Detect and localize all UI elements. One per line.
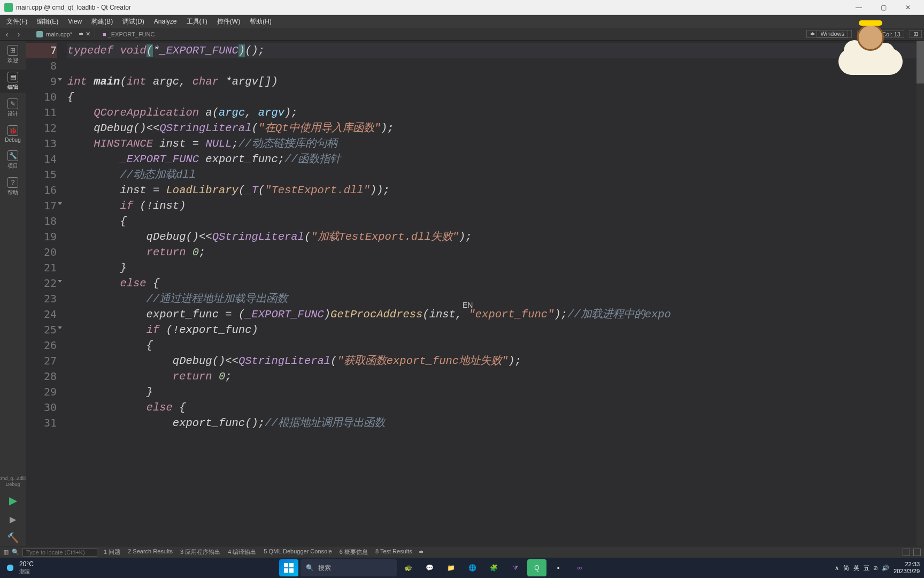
output-pane-tab[interactable]: 2 Search Results: [125, 548, 176, 556]
toggle-right-sidebar-button[interactable]: [913, 549, 921, 556]
bottom-panel-bar: ▥ 🔍 1 问题2 Search Results3 应用程序输出4 编译输出5 …: [0, 546, 924, 558]
search-icon: 🔍: [306, 564, 314, 572]
svg-rect-3: [289, 568, 294, 573]
output-panes: 1 问题2 Search Results3 应用程序输出4 编译输出5 QML …: [101, 548, 415, 556]
mode-icon: ⊞: [7, 45, 18, 56]
file-explorer-button[interactable]: 📁: [442, 559, 461, 576]
close-file-button[interactable]: ✕: [86, 31, 90, 37]
tray-icon[interactable]: ⎚: [874, 565, 877, 571]
taskbar-search[interactable]: 🔍 搜索: [301, 559, 397, 576]
menu-item[interactable]: 编辑(E): [33, 16, 63, 27]
vscode-button[interactable]: ⧩: [506, 559, 525, 576]
mode-label: 项目: [7, 162, 18, 170]
menu-item[interactable]: 文件(F): [2, 16, 32, 27]
split-dropdown-icon[interactable]: ≑: [79, 31, 83, 37]
code-editor[interactable]: 7891011121314151617181920212223242526272…: [26, 41, 924, 546]
weather-icon: [4, 562, 16, 574]
editor-toolbar: ‹ › main.cpp* ≑ ✕ ■ _EXPORT_FUNC ≑ Windo…: [0, 28, 924, 41]
weather-widget[interactable]: 20°C 潮湿: [4, 560, 34, 575]
qt-icon: [4, 3, 13, 12]
titlebar: main.cpp @ cmd_qt_loadlib - Qt Creator —…: [0, 0, 924, 15]
toggle-sidebar-button[interactable]: [903, 549, 910, 556]
minimize-button[interactable]: —: [847, 0, 871, 15]
menu-item[interactable]: 控件(W): [213, 16, 244, 27]
split-editor-button[interactable]: ⊞: [910, 30, 922, 38]
pane-menu-icon[interactable]: ≑: [419, 549, 424, 556]
debug-button[interactable]: ▶: [0, 512, 26, 527]
mode-icon: 🐞: [7, 125, 18, 136]
nav-back-button[interactable]: ‹: [2, 30, 12, 39]
file-tab-label: main.cpp*: [46, 31, 72, 37]
menubar: 文件(F)编辑(E)View构建(B)调试(D)Analyze工具(T)控件(W…: [0, 15, 924, 28]
mode-Debug[interactable]: 🐞Debug: [0, 123, 26, 145]
build-button[interactable]: 🔨: [0, 530, 26, 546]
menu-item[interactable]: 构建(B): [87, 16, 117, 27]
output-pane-tab[interactable]: 6 概要信息: [336, 548, 371, 556]
svg-rect-0: [284, 563, 288, 567]
output-pane-tab[interactable]: 3 应用程序输出: [177, 548, 224, 556]
menu-item[interactable]: 帮助(H): [245, 16, 276, 27]
edge-button[interactable]: 🌐: [463, 559, 482, 576]
mode-icon: ▤: [7, 72, 18, 82]
mascot-overlay: [838, 21, 903, 75]
taskbar-app-2[interactable]: 💬: [420, 559, 440, 576]
output-pane-tab[interactable]: 1 问题: [101, 548, 124, 556]
system-tray[interactable]: ∧简英五⎚🔊22:332023/3/29: [835, 561, 920, 575]
window-title: main.cpp @ cmd_qt_loadlib - Qt Creator: [16, 4, 847, 11]
svg-rect-2: [284, 568, 288, 573]
maximize-button[interactable]: ▢: [872, 0, 895, 15]
mode-icon: ?: [7, 177, 18, 188]
menu-item[interactable]: Analyze: [150, 17, 181, 26]
weather-label: 潮湿: [19, 568, 34, 575]
mode-label: Debug: [5, 137, 20, 143]
mode-欢迎[interactable]: ⊞欢迎: [0, 43, 26, 66]
tray-icon[interactable]: 英: [853, 564, 859, 572]
search-icon: 🔍: [12, 549, 19, 556]
menu-item[interactable]: View: [64, 17, 86, 26]
kit-selector[interactable]: cmd_q...adlib Debug: [0, 475, 28, 489]
cpp-icon: [36, 31, 43, 37]
code-area[interactable]: typedef void(*_EXPORT_FUNC)();int main(i…: [63, 41, 924, 546]
mode-编辑[interactable]: ▤编辑: [0, 70, 26, 93]
svg-rect-1: [289, 563, 294, 567]
output-selector-icon[interactable]: ▥: [3, 549, 9, 556]
store-button[interactable]: 🧩: [484, 559, 504, 576]
line-number-gutter[interactable]: 7891011121314151617181920212223242526272…: [26, 41, 63, 546]
mode-label: 编辑: [7, 83, 18, 91]
mode-设计[interactable]: ✎设计: [0, 96, 26, 120]
mode-label: 帮助: [7, 189, 18, 196]
output-pane-tab[interactable]: 5 QML Debugger Console: [260, 548, 335, 556]
visual-studio-button[interactable]: ∞: [570, 559, 589, 576]
windows-taskbar: 20°C 潮湿 🔍 搜索 🐢 💬 📁 🌐 🧩 ⧩ Q ▪ ∞ ∧简英五⎚🔊22:…: [0, 558, 924, 578]
mode-label: 欢迎: [7, 57, 18, 64]
menu-item[interactable]: 调试(D): [118, 16, 149, 27]
file-tab[interactable]: main.cpp*: [32, 31, 76, 37]
mode-项目[interactable]: 🔧项目: [0, 148, 26, 172]
output-pane-tab[interactable]: 8 Test Results: [372, 548, 415, 556]
tray-icon[interactable]: 🔊: [882, 565, 889, 572]
vertical-scrollbar[interactable]: [917, 41, 924, 546]
mode-帮助[interactable]: ?帮助: [0, 175, 26, 199]
tray-icon[interactable]: 五: [864, 564, 869, 572]
taskbar-app-1[interactable]: 🐢: [399, 559, 418, 576]
mode-label: 设计: [7, 110, 18, 118]
menu-item[interactable]: 工具(T): [182, 16, 212, 27]
taskbar-clock[interactable]: 22:332023/3/29: [894, 561, 920, 575]
terminal-button[interactable]: ▪: [549, 559, 568, 576]
ime-indicator: EN: [463, 301, 473, 309]
tray-icon[interactable]: 简: [843, 564, 849, 572]
temperature: 20°C: [19, 560, 34, 568]
mode-icon: ✎: [7, 98, 18, 109]
mode-icon: 🔧: [7, 150, 18, 161]
start-button[interactable]: [279, 559, 298, 576]
tray-icon[interactable]: ∧: [835, 565, 839, 572]
windows-icon: [284, 563, 294, 573]
locator-input[interactable]: [22, 548, 97, 557]
symbol-dropdown[interactable]: ■ _EXPORT_FUNC: [99, 31, 158, 37]
close-button[interactable]: ✕: [896, 0, 920, 15]
qt-creator-button[interactable]: Q: [527, 559, 546, 576]
run-button[interactable]: ▶: [0, 492, 26, 509]
output-pane-tab[interactable]: 4 编译输出: [225, 548, 259, 556]
nav-forward-button[interactable]: ›: [14, 30, 24, 39]
mode-sidebar: ⊞欢迎▤编辑✎设计🐞Debug🔧项目?帮助cmd_q...adlib Debug…: [0, 41, 26, 546]
